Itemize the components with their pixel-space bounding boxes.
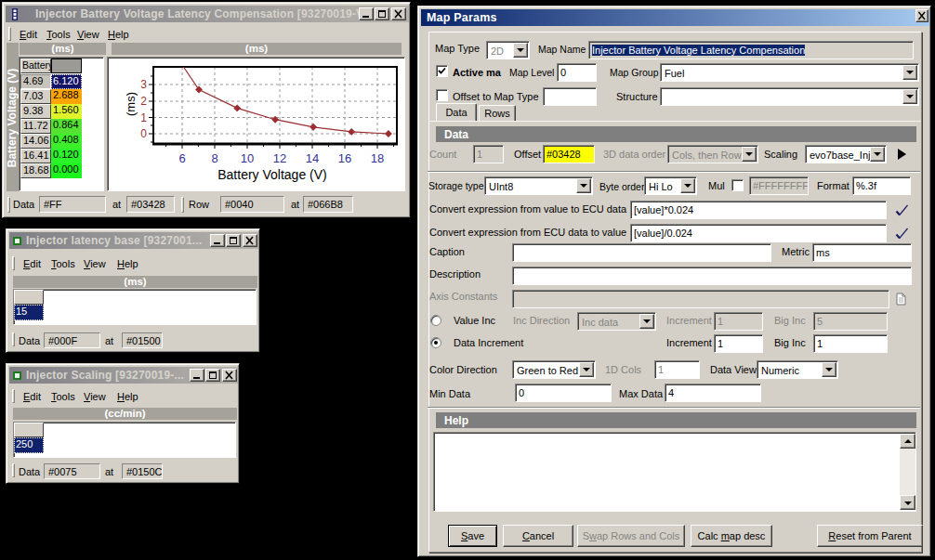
svg-text:1: 1 [140, 111, 147, 124]
svg-text:2: 2 [140, 95, 147, 108]
svg-text:(ms): (ms) [124, 92, 138, 116]
svg-text:6: 6 [178, 151, 185, 165]
svg-text:8: 8 [211, 151, 217, 165]
svg-text:14: 14 [306, 151, 319, 165]
svg-text:16: 16 [338, 151, 351, 165]
svg-text:18: 18 [371, 151, 384, 165]
svg-text:12: 12 [273, 151, 286, 165]
svg-text:3: 3 [140, 78, 147, 91]
svg-text:Battery Voltage (V): Battery Voltage (V) [217, 167, 327, 182]
svg-text:10: 10 [241, 151, 254, 165]
svg-text:0: 0 [140, 127, 147, 140]
